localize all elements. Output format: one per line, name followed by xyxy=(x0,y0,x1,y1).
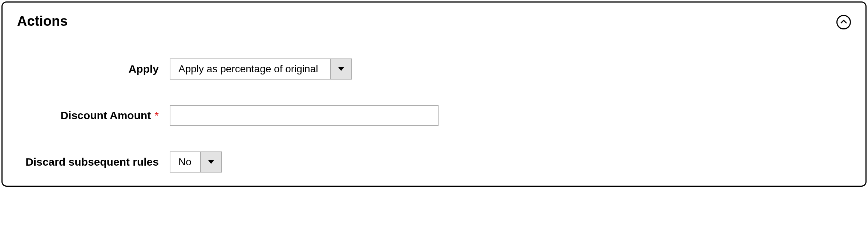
apply-label: Apply xyxy=(17,63,170,75)
apply-row: Apply Apply as percentage of original xyxy=(17,58,851,80)
apply-label-text: Apply xyxy=(129,63,159,75)
caret-down-icon xyxy=(338,66,344,72)
discount-amount-control-wrap xyxy=(170,105,851,126)
discard-rules-row: Discard subsequent rules No xyxy=(17,151,851,173)
discard-rules-select[interactable]: No xyxy=(170,151,222,173)
discount-amount-input[interactable] xyxy=(170,105,439,126)
form-rows: Apply Apply as percentage of original xyxy=(17,58,851,173)
apply-select-arrow xyxy=(330,59,351,79)
caret-down-icon xyxy=(208,159,214,165)
svg-marker-0 xyxy=(338,67,344,71)
apply-select-value: Apply as percentage of original xyxy=(170,59,330,79)
panel-header: Actions xyxy=(17,13,851,29)
svg-marker-1 xyxy=(208,160,214,164)
actions-panel: Actions Apply Apply as percentage of ori… xyxy=(1,1,867,187)
discount-amount-label-text: Discount Amount xyxy=(60,109,151,122)
chevron-up-icon xyxy=(840,20,847,25)
apply-control-wrap: Apply as percentage of original xyxy=(170,58,851,80)
required-asterisk-icon: * xyxy=(154,109,159,122)
discount-amount-label: Discount Amount * xyxy=(17,109,170,122)
collapse-toggle-button[interactable] xyxy=(836,15,851,29)
panel-title: Actions xyxy=(17,13,68,29)
discard-rules-select-value: No xyxy=(170,152,200,172)
discard-rules-label-text: Discard subsequent rules xyxy=(25,156,159,168)
discard-rules-control-wrap: No xyxy=(170,151,851,173)
apply-select[interactable]: Apply as percentage of original xyxy=(170,58,352,80)
discount-amount-row: Discount Amount * xyxy=(17,105,851,126)
discard-rules-label: Discard subsequent rules xyxy=(17,156,170,168)
discard-rules-select-arrow xyxy=(200,152,221,172)
